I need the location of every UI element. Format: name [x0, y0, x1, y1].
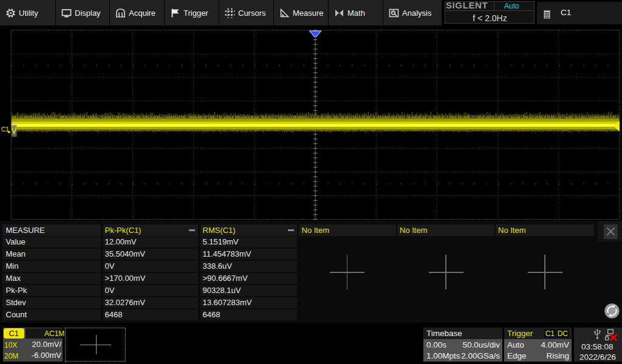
svg-text:C1: C1 [1, 126, 9, 133]
